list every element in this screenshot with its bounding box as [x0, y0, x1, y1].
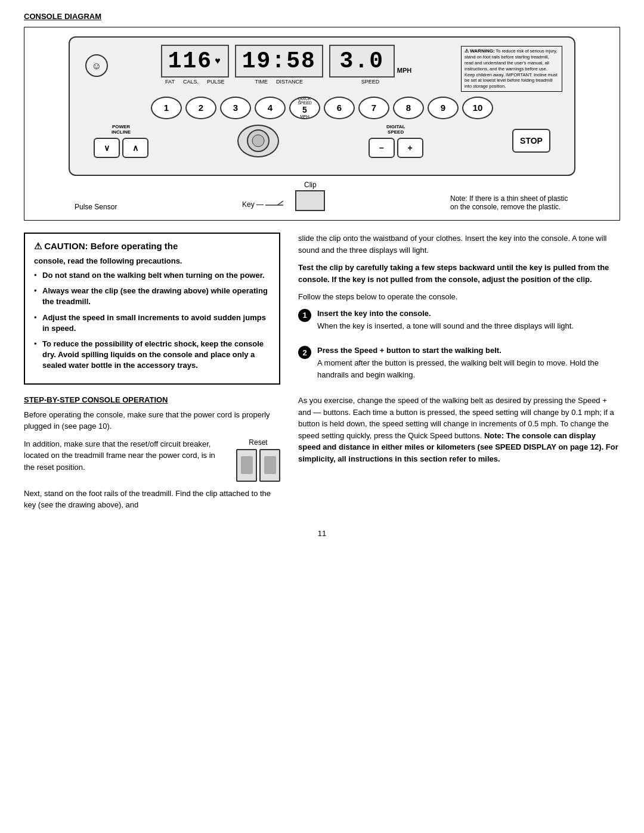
caution-label: CAUTION: — [44, 241, 88, 251]
svg-point-3 — [252, 135, 264, 147]
incline-group: POWERINCLINE ∨ ∧ — [94, 124, 148, 158]
key-clip-area: Key — Clip — [242, 181, 325, 211]
page-number: 11 — [24, 529, 620, 538]
step-para1: Before operating the console, make sure … — [24, 409, 280, 432]
right-follow: Follow the steps below to operate the co… — [298, 291, 620, 303]
display-3-screen: 3.0 — [329, 45, 395, 78]
reset-box: Reset — [236, 438, 280, 482]
svg-text:☺: ☺ — [92, 61, 101, 71]
clip-image — [295, 190, 325, 211]
displays-row: ☺ 116 ♥ FAT CALS. PULSE — [82, 45, 562, 92]
warning-box: ⚠ WARNING: To reduce risk of serious inj… — [461, 46, 562, 92]
control-row: POWERINCLINE ∨ ∧ DIGITALSPEED − + — [82, 124, 562, 158]
speed-plus-btn[interactable]: + — [397, 138, 423, 158]
reset-section: Reset In addition, make sure that the re… — [24, 438, 280, 482]
caution-box: ⚠ CAUTION: Before operating the console,… — [24, 233, 280, 385]
console-diagram-box: ☺ 116 ♥ FAT CALS. PULSE — [24, 27, 620, 221]
caution-item-2: Always wear the clip (see the drawing ab… — [34, 286, 270, 307]
right-column: slide the clip onto the waistband of you… — [298, 233, 620, 517]
display-3: 3.0 MPH SPEED — [329, 45, 411, 85]
number-buttons-row: 1 2 3 4 QUICKSPEED 5 MPH 6 7 8 9 10 — [82, 97, 562, 119]
mph-label: MPH — [397, 67, 411, 74]
speed-group: DIGITALSPEED − + — [369, 124, 423, 158]
caution-subtitle-text: Before operating the — [91, 241, 178, 251]
btn-2[interactable]: 2 — [185, 97, 216, 119]
console-note: Note: If there is a thin sheet of plasti… — [450, 194, 569, 211]
left-column: ⚠ CAUTION: Before operating the console,… — [24, 233, 280, 517]
display-1-value: 116 — [168, 48, 212, 74]
step-1-number: 1 — [298, 309, 311, 322]
step-by-step-section: STEP-BY-STEP CONSOLE OPERATION Before op… — [24, 395, 280, 511]
btn-8[interactable]: 8 — [393, 97, 424, 119]
display-1-screen: 116 ♥ — [161, 45, 229, 78]
display-2-value: 19:58 — [242, 48, 316, 74]
display-2-labels: TIME DISTANCE — [255, 79, 303, 85]
display-3-labels: SPEED — [361, 79, 380, 85]
btn-10[interactable]: 10 — [462, 97, 493, 119]
stop-button[interactable]: STOP — [512, 129, 550, 153]
caution-icon: ⚠ — [34, 241, 42, 251]
incline-down-btn[interactable]: ∨ — [94, 138, 120, 158]
btn-7[interactable]: 7 — [358, 97, 389, 119]
page-header: CONSOLE DIAGRAM — [24, 12, 620, 21]
btn-6[interactable]: 6 — [324, 97, 355, 119]
step-2-number: 2 — [298, 346, 311, 359]
caution-item-4: To reduce the possibility of electric sh… — [34, 339, 270, 371]
reset-rect-2 — [259, 449, 280, 482]
warning-text: To reduce risk of serious injury, stand … — [465, 48, 558, 89]
right-test-clip: Test the clip by carefully taking a few … — [298, 262, 620, 285]
key-label: Key — [242, 200, 255, 209]
reset-rect — [236, 449, 257, 482]
svg-line-5 — [277, 201, 283, 205]
caution-title: ⚠ CAUTION: Before operating the — [34, 241, 270, 252]
heart-icon: ♥ — [215, 56, 222, 67]
incline-label: POWERINCLINE — [112, 124, 131, 135]
btn-5[interactable]: QUICKSPEED 5 MPH — [289, 97, 320, 119]
stop-label: STOP — [520, 136, 543, 145]
btn-1[interactable]: 1 — [151, 97, 182, 119]
center-key — [237, 125, 279, 157]
caution-item-1: Do not stand on the walking belt when tu… — [34, 270, 270, 281]
right-intro: slide the clip onto the waistband of you… — [298, 233, 620, 256]
clip-label: Clip — [304, 181, 317, 189]
step-2: 2 Press the Speed + button to start the … — [298, 346, 620, 386]
step-1-title: Insert the key into the console. — [317, 309, 620, 318]
display-group: 116 ♥ FAT CALS. PULSE 19:58 TIME — [112, 45, 461, 85]
left-icon: ☺ — [82, 54, 112, 78]
display-1: 116 ♥ FAT CALS. PULSE — [161, 45, 229, 85]
step-1-body: When the key is inserted, a tone will so… — [317, 320, 620, 332]
display-3-value: 3.0 — [340, 48, 384, 74]
digital-speed-label: DIGITALSPEED — [386, 124, 405, 135]
btn-9[interactable]: 9 — [428, 97, 459, 119]
main-content: ⚠ CAUTION: Before operating the console,… — [24, 233, 620, 517]
btn-4[interactable]: 4 — [255, 97, 286, 119]
speed-minus-btn[interactable]: − — [369, 138, 395, 158]
speed-paragraph: As you exercise, change the speed of the… — [298, 395, 620, 465]
console-labels: Pulse Sensor Key — Clip Note: If there i… — [69, 181, 575, 211]
caution-item-3: Adjust the speed in small increments to … — [34, 312, 270, 334]
step-by-step-title: STEP-BY-STEP CONSOLE OPERATION — [24, 395, 280, 404]
reset-label: Reset — [249, 438, 267, 447]
step-2-title: Press the Speed + button to start the wa… — [317, 346, 620, 355]
console-outer: ☺ 116 ♥ FAT CALS. PULSE — [69, 36, 575, 176]
incline-up-btn[interactable]: ∧ — [122, 138, 148, 158]
caution-list: Do not stand on the walking belt when tu… — [34, 270, 270, 371]
display-2: 19:58 TIME DISTANCE — [235, 45, 323, 85]
caution-subtitle2: console, read the following precautions. — [34, 256, 270, 265]
section-title: CONSOLE DIAGRAM — [24, 12, 620, 21]
step-1: 1 Insert the key into the console. When … — [298, 309, 620, 338]
step-2-body: A moment after the button is pressed, th… — [317, 357, 620, 380]
display-1-labels: FAT CALS. PULSE — [165, 79, 224, 85]
step-para3: Next, stand on the foot rails of the tre… — [24, 488, 280, 511]
reset-image-group: Reset — [236, 438, 280, 482]
pulse-sensor-label: Pulse Sensor — [75, 203, 117, 211]
btn-3[interactable]: 3 — [220, 97, 251, 119]
display-2-screen: 19:58 — [235, 45, 323, 78]
